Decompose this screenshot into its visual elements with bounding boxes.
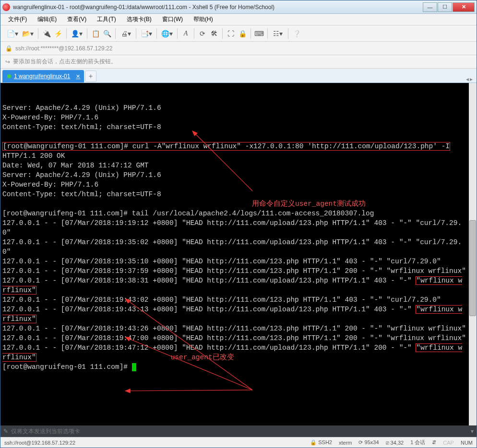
send-input[interactable] [11, 428, 468, 435]
address-input[interactable] [15, 45, 472, 52]
disconnect-icon[interactable]: ⚡ [53, 28, 63, 39]
print-icon[interactable]: 🖨▾ [119, 28, 133, 39]
window-title: wangruifenglinux-01 - root@wangruifeng-0… [13, 4, 422, 11]
menu-view[interactable]: 查看(V) [64, 14, 89, 24]
term-prompt: [root@wangruifeng-01 111.com]# [2, 363, 132, 371]
send-bar: ✎ ▾ [0, 425, 477, 437]
term-line: Server: Apache/2.4.29 (Unix) PHP/7.1.6 [2, 104, 161, 112]
term-line: 127.0.0.1 - - [07/Mar/2018:19:43:26 +080… [2, 325, 466, 332]
terminal-scrollbar[interactable] [469, 83, 477, 425]
status-dot-icon [7, 74, 11, 78]
term-line: Content-Type: text/html; charset=UTF-8 [2, 190, 161, 198]
globe-icon[interactable]: 🌐▾ [160, 28, 174, 39]
tools-icon[interactable]: 🛠 [209, 28, 219, 39]
tab-bar: 1 wangruifenglinux-01 ✕ ＋ ◂ ▸ [0, 69, 477, 83]
highlighted-command: [root@wangruifeng-01 111.com]# curl -A"w… [2, 142, 450, 151]
term-line: X-Powered-By: PHP/7.1.6 [2, 181, 98, 189]
tab-prev-icon[interactable]: ◂ [466, 76, 469, 83]
tab-label: 1 wangruifenglinux-01 [14, 73, 70, 80]
status-updown-icon: ⇵ [432, 439, 436, 446]
help-icon[interactable]: ❔ [291, 28, 302, 39]
keyboard-icon[interactable]: ⌨ [254, 28, 264, 39]
tab-close-icon[interactable]: ✕ [76, 73, 80, 80]
refresh-icon[interactable]: ⟳ [197, 28, 208, 39]
status-cap: CAP [443, 440, 454, 446]
status-position: ⎚ 34,32 [386, 440, 404, 446]
term-line: 127.0.0.1 - - [07/Mar/2018:19:38:31 +080… [2, 277, 416, 284]
close-button[interactable]: ✕ [453, 2, 475, 12]
cursor [132, 363, 136, 371]
menu-window[interactable]: 窗口(W) [159, 14, 186, 24]
term-line: [root@wangruifeng-01 111.com]# tail /usr… [2, 210, 374, 217]
hint-bar: ↪ 要添加当前会话，点击左侧的箭头按钮。 [0, 55, 477, 69]
menu-tabs[interactable]: 选项卡(B) [124, 14, 155, 24]
term-line: Server: Apache/2.4.29 (Unix) PHP/7.1.6 [2, 171, 161, 179]
hint-text: 要添加当前会话，点击左侧的箭头按钮。 [13, 58, 117, 66]
app-icon [2, 3, 10, 11]
annotation-1: 用命令自定义user_agent测试成功 [252, 200, 366, 208]
term-line: 127.0.0.1 - - [07/Mar/2018:19:43:02 +080… [2, 296, 441, 304]
find-icon[interactable]: 🔍 [102, 28, 112, 39]
term-line: Content-Type: text/html; charset=UTF-8 [2, 123, 161, 131]
menu-file[interactable]: 文件(F) [5, 14, 30, 24]
terminal[interactable]: Server: Apache/2.4.29 (Unix) PHP/7.1.6 X… [0, 83, 477, 425]
term-line: HTTP/1.1 200 OK [2, 152, 65, 160]
svg-line-3 [125, 390, 252, 391]
term-line: 127.0.0.1 - - [07/Mar/2018:19:47:12 +080… [2, 344, 416, 352]
term-line: 127.0.0.1 - - [07/Mar/2018:19:35:02 +080… [2, 238, 462, 256]
https-lock-icon: 🔒 [5, 45, 12, 52]
menubar: 文件(F) 编辑(E) 查看(V) 工具(T) 选项卡(B) 窗口(W) 帮助(… [0, 14, 477, 25]
profile-icon[interactable]: 👤▾ [70, 28, 84, 39]
tab-add-button[interactable]: ＋ [85, 71, 96, 82]
titlebar[interactable]: wangruifenglinux-01 - root@wangruifeng-0… [0, 0, 477, 14]
arrow-icon[interactable]: ↪ [5, 59, 10, 65]
font-icon[interactable]: A [180, 28, 191, 39]
layout-icon[interactable]: ☷▾ [271, 28, 285, 39]
term-line: 127.0.0.1 - - [07/Mar/2018:19:19:12 +080… [2, 219, 462, 236]
term-line: 127.0.0.1 - - [07/Mar/2018:19:47:00 +080… [2, 334, 466, 342]
terminal-content: Server: Apache/2.4.29 (Unix) PHP/7.1.6 X… [2, 103, 475, 372]
status-ssh: 🔒 SSH2 [310, 439, 332, 446]
term-line: 127.0.0.1 - - [07/Mar/2018:19:43:13 +080… [2, 306, 416, 313]
annotation-2: user_agent已改变 [171, 354, 234, 361]
menu-help[interactable]: 帮助(H) [191, 14, 216, 24]
status-sessions: 1 会话 [410, 439, 425, 446]
maximize-button[interactable]: ☐ [438, 2, 452, 12]
status-num: NUM [461, 440, 473, 446]
fullscreen-icon[interactable]: ⛶ [226, 28, 236, 39]
status-connection: ssh://root@192.168.57.129:22 [4, 440, 75, 446]
minimize-button[interactable]: — [423, 2, 437, 12]
term-line: 127.0.0.1 - - [07/Mar/2018:19:35:10 +080… [2, 258, 441, 265]
tab-session-1[interactable]: 1 wangruifenglinux-01 ✕ [2, 70, 84, 83]
status-size: ⟳ 95x34 [358, 439, 379, 446]
menu-edit[interactable]: 编辑(E) [35, 14, 60, 24]
menu-tools[interactable]: 工具(T) [94, 14, 119, 24]
new-session-icon[interactable]: 📄▾ [5, 28, 20, 39]
term-line: X-Powered-By: PHP/7.1.6 [2, 114, 98, 121]
copy-icon[interactable]: 📋 [90, 28, 101, 39]
toolbar: 📄▾ 📂▾ 🔌 ⚡ 👤▾ 📋 🔍 🖨▾ 📑▾ 🌐▾ A ⟳ 🛠 ⛶ 🔒 ⌨ ☷▾… [0, 25, 477, 42]
window-buttons: — ☐ ✕ [422, 2, 475, 12]
lock-icon[interactable]: 🔒 [237, 28, 248, 39]
properties-icon[interactable]: 📑▾ [139, 28, 154, 39]
status-term: xterm [339, 440, 352, 446]
scrollbar-thumb[interactable] [469, 220, 476, 316]
send-icon[interactable]: ✎ [3, 428, 8, 435]
address-bar: 🔒 [0, 42, 477, 55]
tab-nav: ◂ ▸ [466, 76, 475, 83]
status-bar: ssh://root@192.168.57.129:22 🔒 SSH2 xter… [0, 437, 477, 448]
reconnect-icon[interactable]: 🔌 [41, 28, 52, 39]
open-folder-icon[interactable]: 📂▾ [21, 28, 35, 39]
app-window: wangruifenglinux-01 - root@wangruifeng-0… [0, 0, 477, 448]
send-options-icon[interactable]: ▾ [471, 428, 474, 435]
term-line: 127.0.0.1 - - [07/Mar/2018:19:37:59 +080… [2, 267, 466, 275]
term-line: Date: Wed, 07 Mar 2018 11:47:12 GMT [2, 162, 149, 169]
tab-next-icon[interactable]: ▸ [470, 76, 473, 83]
